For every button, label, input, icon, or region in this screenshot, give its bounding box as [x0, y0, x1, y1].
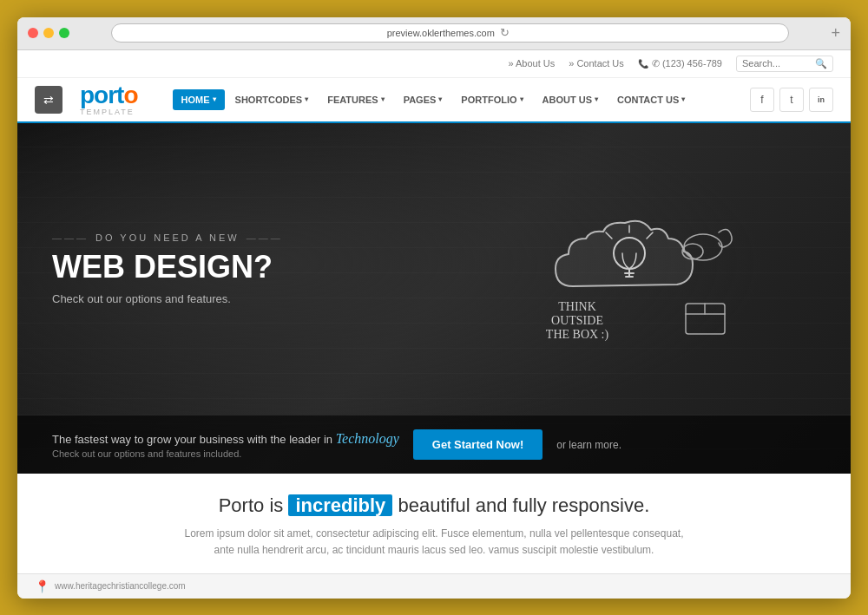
logo-text: porto [80, 83, 138, 108]
svg-text:THINK: THINK [558, 300, 596, 313]
logo-subtitle: template [80, 108, 135, 116]
new-tab-button[interactable]: + [831, 24, 840, 43]
browser-chrome: preview.oklerthemes.com ↻ + [17, 17, 851, 50]
minimize-button[interactable] [43, 28, 54, 38]
chevron-down-icon: ▾ [305, 95, 308, 103]
hero-subtitle: DO YOU NEED A NEW [52, 232, 434, 243]
chalk-illustration: THINK OUTSIDE THE BOX :) [503, 182, 746, 356]
facebook-icon[interactable]: f [750, 88, 774, 112]
white-section: Porto is incredibly beautiful and fully … [17, 474, 851, 572]
search-box[interactable]: 🔍 [736, 56, 833, 72]
close-button[interactable] [28, 28, 38, 38]
main-nav: HOME ▾ SHORTCODES ▾ FEATURES ▾ PAGES ▾ P… [173, 88, 833, 112]
chevron-down-icon: ▾ [681, 95, 685, 103]
url-text: preview.oklerthemes.com [387, 28, 495, 38]
hero-text: DO YOU NEED A NEW WEB DESIGN? Check out … [52, 232, 434, 306]
nav-item-features[interactable]: FEATURES ▾ [319, 89, 392, 110]
linkedin-icon[interactable]: in [809, 88, 833, 112]
learn-more-link[interactable]: or learn more. [556, 439, 621, 451]
ws-highlight: incredibly [288, 494, 392, 516]
chevron-down-icon: ▾ [213, 95, 216, 103]
hero-main: DO YOU NEED A NEW WEB DESIGN? Check out … [17, 123, 851, 415]
about-us-link[interactable]: » About Us [508, 58, 555, 69]
cta-sub-text: Check out our options and features inclu… [52, 448, 399, 459]
twitter-icon[interactable]: t [779, 88, 804, 112]
technology-text: Technology [336, 431, 399, 446]
hero-headline: WEB DESIGN? [52, 250, 434, 285]
bottom-bar: 📍 www.heritagechristiancollege.com [17, 573, 851, 599]
svg-text:THE BOX :): THE BOX :) [546, 328, 609, 342]
bottom-url: www.heritagechristiancollege.com [55, 581, 186, 591]
chevron-down-icon: ▾ [381, 95, 385, 103]
chevron-down-icon: ▾ [595, 95, 598, 103]
nav-item-about[interactable]: ABOUT US ▾ [534, 89, 607, 110]
social-icons: f t in [750, 88, 833, 112]
cta-text-block: The fastest way to grow your business wi… [52, 431, 399, 459]
nav-item-home[interactable]: HOME ▾ [173, 89, 225, 110]
logo: porto template [80, 83, 138, 116]
svg-text:OUTSIDE: OUTSIDE [551, 314, 603, 327]
ws-headline: Porto is incredibly beautiful and fully … [52, 494, 816, 517]
nav-item-pages[interactable]: PAGES ▾ [395, 89, 451, 110]
nav-item-contact[interactable]: CONTACT US ▾ [608, 89, 694, 110]
hero-content: DO YOU NEED A NEW WEB DESIGN? Check out … [17, 123, 851, 474]
location-icon: 📍 [35, 579, 49, 593]
hero-section: DO YOU NEED A NEW WEB DESIGN? Check out … [17, 123, 851, 474]
reload-icon[interactable]: ↻ [500, 26, 514, 40]
nav-item-portfolio[interactable]: PORTFOLIO ▾ [452, 89, 531, 110]
hero-illustration: THINK OUTSIDE THE BOX :) [434, 182, 816, 356]
contact-us-link[interactable]: » Contact Us [569, 58, 624, 69]
browser-window: preview.oklerthemes.com ↻ + » About Us »… [17, 17, 851, 599]
ws-description: Lorem ipsum dolor sit amet, consectetur … [174, 526, 694, 559]
chevron-down-icon: ▾ [520, 95, 523, 103]
get-started-button[interactable]: Get Started Now! [413, 429, 542, 460]
nav-item-shortcodes[interactable]: SHORTCODES ▾ [227, 89, 318, 110]
chevron-down-icon: ▾ [438, 95, 442, 103]
maximize-button[interactable] [59, 28, 69, 38]
phone-number: ✆ (123) 456-789 [638, 58, 722, 69]
share-icon: ⇄ [43, 93, 54, 107]
cta-bar: The fastest way to grow your business wi… [17, 415, 851, 474]
address-bar[interactable]: preview.oklerthemes.com ↻ [111, 23, 789, 43]
svg-point-7 [684, 234, 722, 260]
website-content: » About Us » Contact Us ✆ (123) 456-789 … [17, 50, 851, 599]
search-input[interactable] [742, 58, 812, 69]
cta-main-text: The fastest way to grow your business wi… [52, 431, 399, 447]
traffic-lights [28, 28, 69, 38]
hero-description: Check out our options and features. [52, 292, 434, 305]
share-button[interactable]: ⇄ [35, 86, 62, 114]
search-icon[interactable]: 🔍 [815, 58, 827, 69]
main-header: ⇄ porto template HOME ▾ SHORTCODES ▾ FEA… [17, 78, 851, 123]
top-bar: » About Us » Contact Us ✆ (123) 456-789 … [17, 50, 851, 78]
